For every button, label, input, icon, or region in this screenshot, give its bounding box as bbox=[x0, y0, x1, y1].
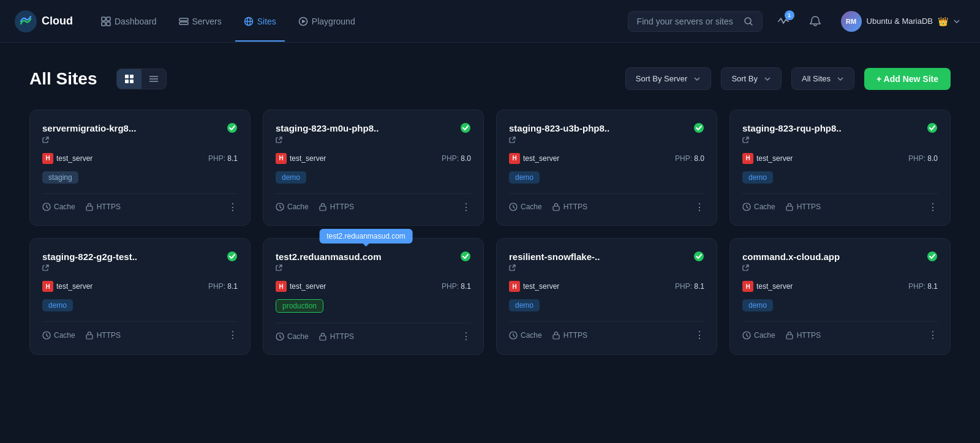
more-options-button[interactable]: ⋮ bbox=[228, 329, 238, 341]
site-tag[interactable]: demo bbox=[276, 171, 306, 184]
https-button[interactable]: HTTPS bbox=[785, 203, 821, 211]
cache-button[interactable]: Cache bbox=[276, 203, 309, 211]
https-button[interactable]: HTTPS bbox=[85, 331, 121, 340]
site-card[interactable]: staging-823-rqu-php8.. H test_server PHP… bbox=[729, 110, 951, 226]
more-options-button[interactable]: ⋮ bbox=[228, 201, 238, 213]
external-link-icon[interactable] bbox=[42, 136, 49, 145]
site-card[interactable]: staging-823-u3b-php8.. H test_server PHP… bbox=[496, 110, 717, 226]
site-tag[interactable]: demo bbox=[509, 299, 540, 311]
external-link-icon[interactable] bbox=[509, 136, 516, 145]
logo[interactable]: Cloud bbox=[15, 10, 73, 32]
php-badge: PHP: 8.0 bbox=[442, 154, 471, 163]
site-card[interactable]: command.x-cloud.app H test_server PHP: 8… bbox=[729, 238, 951, 356]
more-options-button[interactable]: ⋮ bbox=[695, 329, 704, 341]
site-tag[interactable]: demo bbox=[742, 171, 773, 184]
site-card[interactable]: staging-823-m0u-php8.. H test_server PHP… bbox=[263, 110, 484, 226]
sort-by-dropdown[interactable]: Sort By bbox=[721, 67, 782, 90]
php-badge: PHP: 8.1 bbox=[908, 282, 938, 291]
external-link-icon[interactable] bbox=[742, 136, 749, 145]
grid-view-button[interactable] bbox=[117, 69, 141, 89]
https-label: HTTPS bbox=[330, 203, 354, 211]
https-label: HTTPS bbox=[564, 331, 587, 340]
more-options-button[interactable]: ⋮ bbox=[928, 329, 938, 341]
more-options-button[interactable]: ⋮ bbox=[695, 201, 704, 213]
nav-item-playground[interactable]: Playground bbox=[290, 12, 364, 31]
svg-rect-26 bbox=[320, 206, 326, 210]
notifications-button[interactable] bbox=[804, 10, 826, 32]
server-name: test_server bbox=[290, 154, 326, 163]
https-button[interactable]: HTTPS bbox=[552, 331, 587, 340]
site-card[interactable]: servermigratio-krg8... H test_server PHP… bbox=[29, 110, 251, 226]
server-name: test_server bbox=[523, 154, 559, 163]
nav-item-dashboard[interactable]: Dashboard bbox=[92, 12, 165, 31]
cache-button[interactable]: Cache bbox=[276, 332, 309, 341]
more-options-button[interactable]: ⋮ bbox=[461, 201, 471, 213]
card-actions: Cache HTTPS ⋮ bbox=[509, 321, 704, 341]
more-options-button[interactable]: ⋮ bbox=[461, 330, 471, 342]
search-bar[interactable]: Find your servers or sites bbox=[628, 11, 763, 32]
cache-button[interactable]: Cache bbox=[509, 331, 542, 340]
https-button[interactable]: HTTPS bbox=[318, 203, 354, 211]
card-header: staging-822-g2g-test.. bbox=[42, 251, 238, 274]
external-link-icon[interactable] bbox=[742, 264, 749, 273]
cache-label: Cache bbox=[521, 331, 542, 340]
site-card[interactable]: resilient-snowflake-.. H test_server PHP… bbox=[496, 238, 717, 356]
cache-button[interactable]: Cache bbox=[42, 331, 75, 340]
cache-button[interactable]: Cache bbox=[42, 203, 75, 211]
https-button[interactable]: HTTPS bbox=[552, 203, 587, 211]
card-header: staging-823-u3b-php8.. bbox=[509, 122, 704, 146]
activity-button[interactable]: 1 bbox=[772, 10, 794, 32]
site-tag[interactable]: demo bbox=[742, 299, 773, 311]
site-name: servermigratio-krg8... bbox=[42, 122, 223, 135]
site-tag[interactable]: staging bbox=[42, 171, 78, 184]
site-card[interactable]: test2.reduanmasud.com test2.reduanmasud.… bbox=[263, 238, 484, 356]
svg-rect-23 bbox=[86, 206, 92, 210]
external-link-icon[interactable] bbox=[276, 264, 282, 273]
more-options-button[interactable]: ⋮ bbox=[928, 201, 938, 213]
sort-by-server-dropdown[interactable]: Sort By Server bbox=[625, 67, 712, 90]
svg-line-27 bbox=[513, 137, 515, 140]
nav-item-servers[interactable]: Servers bbox=[170, 12, 230, 31]
https-button[interactable]: HTTPS bbox=[318, 332, 354, 341]
https-button[interactable]: HTTPS bbox=[85, 203, 121, 211]
svg-rect-29 bbox=[553, 206, 559, 210]
php-badge: PHP: 8.1 bbox=[442, 282, 471, 291]
hetzner-icon: H bbox=[509, 153, 520, 164]
php-version: 8.0 bbox=[461, 154, 471, 163]
https-icon bbox=[785, 203, 794, 211]
list-view-button[interactable] bbox=[141, 69, 166, 89]
https-label: HTTPS bbox=[330, 332, 354, 341]
card-header: staging-823-m0u-php8.. bbox=[276, 122, 471, 146]
hetzner-icon: H bbox=[742, 153, 753, 164]
svg-rect-14 bbox=[125, 75, 129, 78]
card-actions: Cache HTTPS ⋮ bbox=[42, 193, 238, 213]
site-tag[interactable]: demo bbox=[509, 171, 540, 184]
external-link-icon[interactable] bbox=[42, 264, 49, 273]
cache-button[interactable]: Cache bbox=[509, 203, 542, 211]
svg-line-24 bbox=[279, 137, 282, 140]
server-name: test_server bbox=[756, 154, 793, 163]
user-menu[interactable]: RM Ubuntu & MariaDB 👑 bbox=[836, 9, 965, 34]
server-badge: H test_server bbox=[42, 153, 92, 164]
cache-button[interactable]: Cache bbox=[742, 203, 775, 211]
svg-line-42 bbox=[746, 266, 748, 268]
https-icon bbox=[85, 203, 94, 211]
https-icon bbox=[318, 203, 327, 211]
site-name: staging-822-g2g-test.. bbox=[42, 251, 223, 263]
status-active-icon bbox=[693, 122, 704, 136]
external-link-icon[interactable] bbox=[276, 136, 282, 145]
svg-rect-35 bbox=[86, 335, 92, 339]
site-tag[interactable]: production bbox=[276, 299, 323, 313]
https-button[interactable]: HTTPS bbox=[785, 331, 821, 340]
external-link-icon[interactable] bbox=[509, 264, 516, 273]
site-tag[interactable]: demo bbox=[42, 299, 73, 311]
filter-dropdown[interactable]: All Sites bbox=[791, 67, 854, 90]
site-card[interactable]: staging-822-g2g-test.. H test_server PHP… bbox=[29, 238, 251, 356]
card-actions: Cache HTTPS ⋮ bbox=[742, 193, 938, 213]
card-meta: H test_server PHP: 8.1 bbox=[42, 281, 238, 292]
view-toggle bbox=[116, 69, 167, 89]
nav-item-sites[interactable]: Sites bbox=[235, 12, 285, 31]
https-label: HTTPS bbox=[797, 203, 821, 211]
cache-button[interactable]: Cache bbox=[742, 331, 775, 340]
add-new-site-button[interactable]: + Add New Site bbox=[864, 68, 951, 90]
